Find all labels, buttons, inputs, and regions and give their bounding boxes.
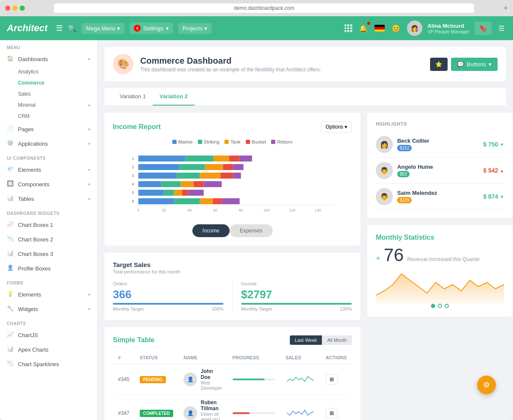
fab-settings[interactable]: ⚙	[477, 376, 496, 394]
data-table: # Status Name Progress Sales Actions #34…	[113, 352, 352, 420]
carousel-dot-3[interactable]	[445, 304, 449, 308]
page-header-text: Commerce Dashboard This dashboard was cr…	[140, 56, 423, 73]
table-row: #345 PENDING 👤 John Doe Web Developer	[113, 364, 352, 395]
status-badge: PENDING	[140, 376, 166, 383]
sidebar-item-chartjs[interactable]: 📈 ChartJS	[0, 328, 97, 342]
income-progress-fill	[241, 303, 352, 305]
svg-text:100: 100	[263, 208, 270, 212]
sidebar-item-applications[interactable]: ⚙️ Applications ▾	[0, 136, 97, 151]
svg-rect-21	[233, 164, 244, 170]
svg-rect-18	[180, 164, 205, 170]
person-cell: 👤 Ruben Tillman Etiam sit amet orci eget	[183, 399, 222, 420]
sidebar-sub-minimal[interactable]: Minimal▾	[0, 100, 97, 111]
carousel-dot-1[interactable]	[431, 304, 435, 308]
sidebar-item-pages[interactable]: 📄 Pages ▾	[0, 122, 97, 136]
svg-rect-12	[186, 156, 214, 162]
highlight-amount-0: $ 750	[483, 141, 498, 148]
star-button[interactable]: ⭐	[430, 58, 448, 71]
sidebar-item-elements[interactable]: 💎 Elements ▾	[0, 162, 97, 177]
svg-rect-20	[223, 164, 233, 170]
sidebar-item-tables[interactable]: 📊 Tables ▾	[0, 191, 97, 206]
sales-sparkline	[286, 407, 315, 419]
sidebar-sub-crm[interactable]: CRM	[0, 111, 97, 122]
bar-chart: 0 20 40 60 80 100 120 140 1	[113, 150, 352, 219]
user-name: Alina Mclourd	[428, 23, 469, 29]
highlight-badge-2: $239	[397, 197, 412, 203]
legend-tank: Tank	[224, 139, 240, 144]
table-row: #347 COMPLETED 👤 Ruben Tillman Etiam sit…	[113, 395, 352, 420]
notifications-icon[interactable]: 🔔	[357, 23, 369, 34]
profile-boxes-icon: 👤	[7, 264, 15, 272]
svg-rect-35	[139, 190, 164, 196]
income-report-card: Income Report Options ▾ Marine Striking	[104, 113, 360, 246]
sidebar-item-forms-elements[interactable]: 💡 Elements ▾	[0, 287, 97, 302]
highlight-amount-row-2: $ 874 ▼	[483, 193, 504, 200]
svg-text:0: 0	[137, 208, 139, 212]
nav-search-icon[interactable]: 🔍	[68, 24, 77, 32]
projects-btn[interactable]: Projects ▾	[178, 23, 212, 34]
forms-elements-arrow: ▾	[88, 292, 90, 297]
sidebar-item-components[interactable]: 🔲 Components ▾	[0, 177, 97, 191]
tab-variation-2[interactable]: Variation 2	[153, 88, 195, 106]
sidebar-item-apex-charts[interactable]: 📊 Apex Charts	[0, 342, 97, 357]
target-sales-title: Target Sales	[113, 261, 352, 268]
options-button[interactable]: Options ▾	[321, 121, 352, 132]
orders-value: 366	[113, 288, 224, 301]
col-hash: #	[113, 352, 135, 364]
sparkline-chart	[376, 265, 504, 300]
sidebar-item-dashboards[interactable]: 🏠 Dashboards ▾	[0, 52, 97, 66]
nav-hamburger[interactable]: ☰	[56, 23, 63, 33]
sidebar-item-profile-boxes[interactable]: 👤 Profile Boxes	[0, 261, 97, 276]
smile-icon[interactable]: 😊	[390, 23, 402, 34]
sidebar-sub-commerce[interactable]: Commerce	[0, 77, 97, 88]
svg-rect-31	[181, 181, 194, 187]
highlight-row: 👨 Angelo Hume $53 $ 542 ▲	[376, 158, 504, 184]
income-metric: Income $2797 Monthly Target 100%	[241, 281, 352, 311]
forms-widgets-arrow: ▾	[88, 307, 90, 311]
sidebar-item-chart-boxes-1[interactable]: 📈 Chart Boxes 1	[0, 217, 97, 232]
filter-all-month[interactable]: All Month	[322, 335, 352, 345]
bookmark-icon[interactable]: 🔖	[475, 22, 492, 35]
sidebar-item-forms-widgets[interactable]: 🔧 Widgets ▾	[0, 302, 97, 316]
orders-label: Orders	[113, 281, 224, 286]
income-toggle[interactable]: Income	[192, 224, 230, 237]
svg-text:2: 2	[132, 165, 134, 169]
simple-table-card: Simple Table Last Week All Month # Statu…	[104, 327, 360, 420]
row-action-btn[interactable]: ⊞	[326, 408, 338, 418]
svg-rect-41	[139, 198, 174, 204]
carousel-dot-2[interactable]	[438, 304, 442, 308]
apps-grid-icon[interactable]	[345, 24, 352, 32]
sidebar-item-chart-boxes-3[interactable]: 📊 Chart Boxes 3	[0, 247, 97, 261]
sidebar-item-chart-boxes-2[interactable]: 📉 Chart Boxes 2	[0, 232, 97, 247]
tab-variation-1[interactable]: Variation 1	[113, 88, 153, 106]
svg-rect-43	[200, 198, 213, 204]
sidebar-sub-analytics[interactable]: Analytics	[0, 66, 97, 77]
target-sales-card: Target Sales Total performance for this …	[104, 253, 360, 320]
chart-sparklines-label: Chart Sparklines	[18, 361, 90, 367]
user-avatar[interactable]: 👩	[407, 21, 422, 36]
table-filter-group: Last Week All Month	[290, 335, 352, 345]
highlight-name-2: Saim Melendez	[397, 190, 479, 196]
simple-table-header: Simple Table Last Week All Month	[113, 335, 352, 345]
highlight-row: 👩 Beck Collier $152 $ 750 ▼	[376, 132, 504, 158]
svg-rect-33	[204, 181, 222, 187]
filter-last-week[interactable]: Last Week	[290, 335, 322, 345]
svg-text:60: 60	[213, 208, 218, 212]
language-flag[interactable]	[374, 25, 385, 32]
page-tabs: Variation 1 Variation 2	[104, 88, 506, 106]
settings-btn[interactable]: 4 Settings ▾	[130, 23, 173, 34]
orders-metric: Orders 366 Monthly Target 100%	[113, 281, 224, 311]
charts-label: CHARTS	[0, 316, 97, 328]
buttons-dropdown[interactable]: 💬 Buttons ▾	[451, 58, 498, 71]
orders-sub: Monthly Target 100%	[113, 306, 224, 311]
browser-new-tab[interactable]: +	[503, 4, 508, 13]
sidebar-item-chart-sparklines[interactable]: 📉 Chart Sparklines	[0, 357, 97, 371]
nav-more-icon[interactable]: ☰	[497, 23, 506, 34]
highlights-title: HIGHLIGHTS	[376, 121, 504, 126]
expenses-toggle[interactable]: Expenses	[230, 224, 273, 237]
row-action-btn[interactable]: ⊞	[326, 374, 338, 385]
mega-menu-btn[interactable]: Mega Menu ▾	[82, 23, 124, 34]
brand-logo[interactable]: Architect	[7, 23, 47, 34]
sidebar-sub-sales[interactable]: Sales	[0, 88, 97, 100]
browser-address[interactable]: demo.dashboardpack.com	[54, 3, 474, 13]
